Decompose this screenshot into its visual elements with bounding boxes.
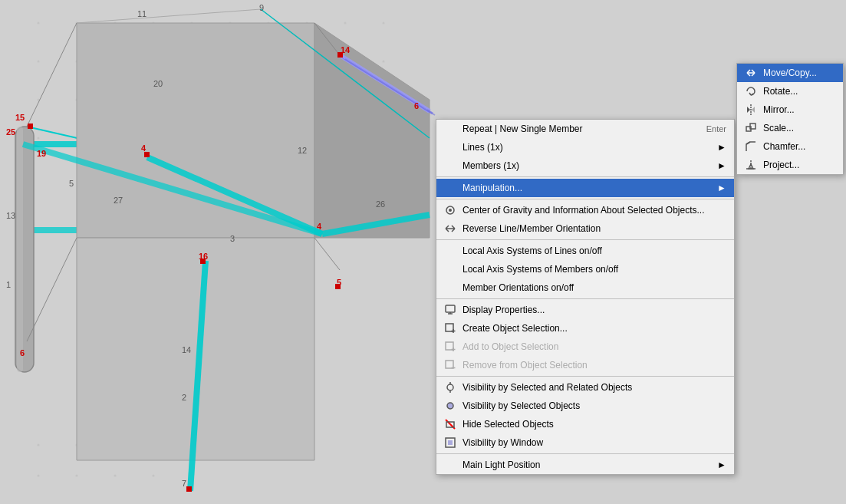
svg-point-44 [38, 475, 40, 477]
svg-line-68 [261, 9, 430, 138]
menu-item-members[interactable]: Members (1x) ► [436, 156, 734, 175]
svg-text:6: 6 [20, 348, 25, 357]
svg-point-9 [383, 22, 385, 25]
svg-line-67 [314, 238, 340, 270]
add-obj-icon [443, 341, 458, 353]
menu-item-manipulation[interactable]: Manipulation... ► [436, 179, 734, 197]
svg-rect-75 [186, 486, 192, 492]
svg-point-20 [38, 99, 40, 101]
svg-point-42 [114, 444, 117, 446]
svg-text:13: 13 [6, 211, 15, 220]
menu-item-reverse[interactable]: Reverse Line/Member Orientation [436, 219, 734, 238]
menu-item-vis-selected-label: Visibility by Selected Objects [463, 400, 580, 411]
submenu-item-move-copy-label: Move/Copy... [763, 68, 817, 78]
submenu-item-scale[interactable]: Scale... [737, 119, 843, 137]
svg-line-59 [345, 59, 435, 115]
svg-point-0 [38, 22, 40, 25]
svg-line-61 [322, 215, 430, 234]
submenu-item-rotate[interactable]: Rotate... [737, 82, 843, 100]
submenu-item-chamfer[interactable]: Chamfer... [737, 137, 843, 156]
svg-point-38 [344, 137, 347, 140]
vis-window-icon [443, 436, 458, 449]
menu-item-members-label: Members (1x) [463, 160, 519, 171]
svg-rect-71 [144, 152, 150, 157]
svg-point-10 [38, 61, 40, 63]
menu-item-remove-obj-label: Remove from Object Selection [463, 360, 588, 371]
svg-point-13 [153, 61, 155, 63]
svg-rect-73 [337, 52, 343, 58]
svg-point-47 [153, 475, 155, 477]
submenu-item-mirror[interactable]: Mirror... [737, 100, 843, 119]
svg-point-33 [153, 137, 155, 140]
svg-point-26 [268, 99, 270, 101]
svg-rect-110 [446, 361, 453, 368]
menu-item-lines[interactable]: Lines (1x) ► [436, 138, 734, 156]
svg-rect-101 [446, 305, 455, 312]
svg-text:5: 5 [337, 278, 341, 287]
create-obj-icon [443, 322, 458, 334]
menu-item-vis-related[interactable]: Visibility by Selected and Related Objec… [436, 378, 734, 397]
menu-item-vis-selected[interactable]: Visibility by Selected Objects [436, 397, 734, 415]
menu-item-local-members[interactable]: Local Axis Systems of Members on/off [436, 260, 734, 278]
svg-rect-72 [200, 259, 206, 264]
svg-line-69 [77, 9, 261, 23]
svg-rect-119 [448, 440, 453, 445]
menu-item-main-light[interactable]: Main Light Position ► [436, 456, 734, 474]
chamfer-icon [743, 140, 759, 153]
menu-item-repeat[interactable]: Repeat | New Single Member Enter [436, 120, 734, 138]
svg-line-65 [314, 23, 340, 55]
separator-5 [436, 376, 734, 377]
svg-point-17 [306, 61, 308, 63]
display-props-icon [443, 304, 458, 316]
svg-point-1 [76, 22, 78, 25]
svg-line-50 [27, 127, 430, 219]
local-lines-icon [443, 245, 458, 257]
svg-rect-74 [335, 284, 341, 289]
svg-point-28 [344, 99, 347, 101]
menu-item-local-lines[interactable]: Local Axis Systems of Lines on/off [436, 242, 734, 260]
menu-item-member-orient[interactable]: Member Orientations on/off [436, 278, 734, 297]
svg-point-3 [153, 22, 155, 25]
separator-6 [436, 453, 734, 454]
svg-line-57 [343, 58, 433, 114]
svg-point-19 [383, 61, 385, 63]
svg-text:16: 16 [199, 252, 208, 261]
scale-icon [743, 122, 759, 134]
submenu-item-mirror-label: Mirror... [763, 104, 795, 115]
svg-text:14: 14 [341, 45, 351, 54]
vis-related-icon [443, 381, 458, 394]
svg-marker-122 [747, 107, 750, 113]
svg-text:20: 20 [153, 79, 163, 88]
svg-point-43 [153, 444, 155, 446]
svg-text:26: 26 [376, 199, 385, 209]
svg-point-112 [447, 384, 453, 390]
local-members-icon [443, 263, 458, 275]
submenu-item-project[interactable]: Project... [737, 156, 843, 174]
project-icon [743, 159, 759, 171]
svg-point-100 [449, 209, 452, 212]
menu-item-vis-window-label: Visibility by Window [463, 437, 543, 448]
menu-item-gravity[interactable]: Center of Gravity and Information About … [436, 201, 734, 219]
menu-item-local-members-label: Local Axis Systems of Members on/off [463, 264, 618, 275]
svg-text:7: 7 [182, 479, 186, 488]
svg-line-126 [746, 142, 750, 144]
svg-line-62 [190, 261, 206, 491]
rotate-icon [743, 85, 759, 97]
menu-item-hide-selected[interactable]: Hide Selected Objects [436, 415, 734, 433]
submenu-item-move-copy[interactable]: Move/Copy... [737, 64, 843, 82]
separator-4 [436, 298, 734, 299]
menu-item-create-obj[interactable]: Create Object Selection... [436, 319, 734, 338]
svg-point-35 [229, 137, 232, 140]
svg-text:2: 2 [182, 393, 186, 402]
svg-text:19: 19 [37, 149, 46, 158]
menu-item-vis-window[interactable]: Visibility by Window [436, 433, 734, 452]
menu-item-display-props[interactable]: Display Properties... [436, 301, 734, 319]
svg-line-66 [27, 238, 77, 341]
svg-point-2 [114, 22, 117, 25]
svg-point-41 [76, 444, 78, 446]
menu-item-gravity-label: Center of Gravity and Information About … [463, 205, 705, 216]
submenu-item-rotate-label: Rotate... [763, 86, 798, 97]
svg-rect-52 [17, 127, 23, 372]
menu-item-display-props-label: Display Properties... [463, 305, 545, 315]
svg-point-11 [76, 61, 78, 63]
